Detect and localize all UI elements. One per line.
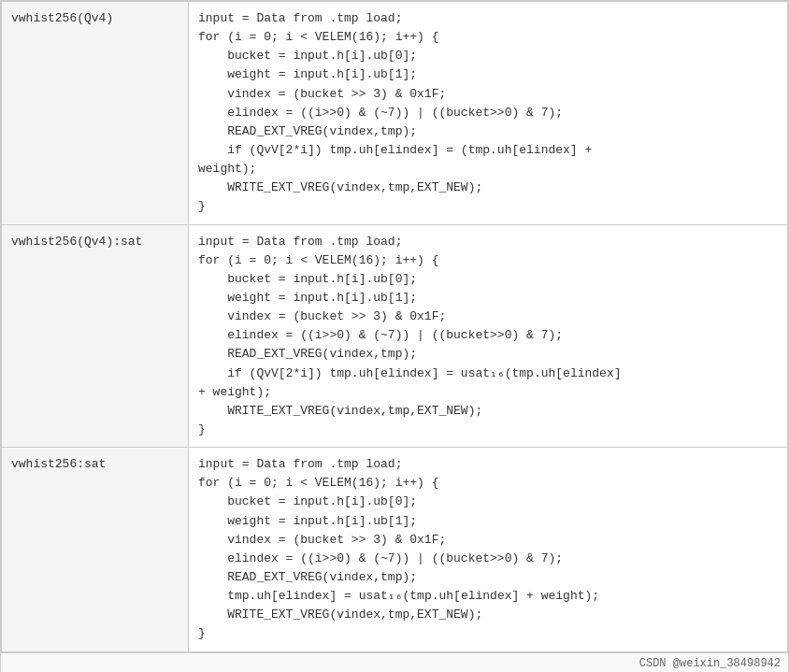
code-block: input = Data from .tmp load; for (i = 0;… bbox=[198, 455, 778, 643]
footer-label: CSDN @weixin_38498942 bbox=[639, 657, 781, 670]
table-row: vwhist256(Qv4):satinput = Data from .tmp… bbox=[2, 224, 788, 448]
row-code: input = Data from .tmp load; for (i = 0;… bbox=[189, 224, 788, 448]
row-code: input = Data from .tmp load; for (i = 0;… bbox=[189, 2, 788, 225]
row-name: vwhist256(Qv4):sat bbox=[2, 224, 189, 448]
table-row: vwhist256:satinput = Data from .tmp load… bbox=[2, 448, 788, 651]
footer: CSDN @weixin_38498942 bbox=[1, 652, 788, 673]
table-row: vwhist256(Qv4)input = Data from .tmp loa… bbox=[2, 2, 788, 225]
row-code: input = Data from .tmp load; for (i = 0;… bbox=[189, 448, 788, 651]
code-block: input = Data from .tmp load; for (i = 0;… bbox=[198, 233, 778, 440]
row-name: vwhist256:sat bbox=[2, 448, 189, 651]
row-name: vwhist256(Qv4) bbox=[2, 2, 189, 225]
code-block: input = Data from .tmp load; for (i = 0;… bbox=[198, 9, 778, 217]
main-table: vwhist256(Qv4)input = Data from .tmp loa… bbox=[0, 0, 789, 672]
